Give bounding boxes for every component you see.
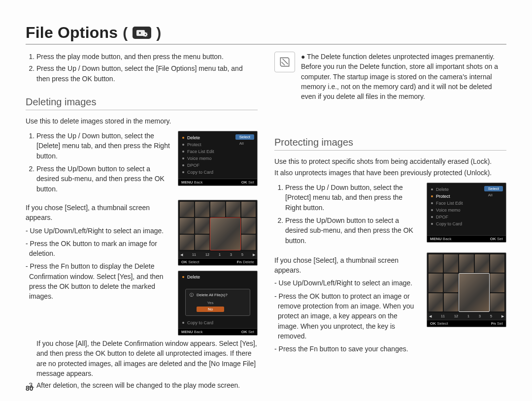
strip-n: 11 [192,253,196,256]
protecting-screen-thumbs: ◀ 11 12 1 3 5 ▶ OK Select Fn Set [427,252,506,327]
strip-n: 1 [467,314,469,318]
status-back: Back [194,180,203,185]
menu-copy: Copy to Card [436,221,462,226]
side-all: All [235,141,254,146]
menu-voicememo: Voice memo [436,208,461,213]
strip-n: 5 [490,314,492,318]
menu-delete: Delete [187,275,200,279]
protecting-row-1: Press the Up / Down button, select the [… [274,183,506,248]
paren-open: ( [123,25,128,41]
svg-point-1 [139,32,141,34]
side-select: Select [235,134,254,140]
protecting-heading: Protecting images [274,137,506,148]
strip-n: 1 [219,253,221,256]
deleting-heading: Deleting images [26,96,258,108]
key-fn: Fn [237,260,242,264]
protecting-rule [274,150,506,151]
menu-delete: Delete [436,187,449,192]
svg-point-3 [145,33,146,34]
key-ok: OK [181,260,187,264]
menu-protect: Protect [187,142,201,147]
opt-yes: Yes [197,300,224,306]
menu-dpof: DPOF [436,215,448,219]
protecting-intro2: It also unprotects images that have been… [274,168,506,178]
pselect-b1: - Use Up/Down/Left/Right to select an im… [274,278,420,288]
status-back: Back [443,237,452,241]
status-set: Set [248,180,254,185]
key-ok: OK [241,180,247,185]
key-menu: MENU [181,330,193,334]
menu-copy: Copy to Card [187,170,213,175]
deleting-step-1: Press the Up / Down button, select the [… [36,131,171,161]
protecting-steps12: Press the Up / Down button, select the [… [274,183,420,248]
dialog-title: Delete All File(s)? [197,293,228,297]
select-b2: - Press the OK button to mark an image f… [26,239,171,259]
key-ok: OK [241,330,247,334]
protect-step-1: Press the Up / Down button, select the [… [285,183,420,213]
deleting-rule [26,110,258,110]
delete-confirm-dialog: ⓘDelete All File(s)? Yes No [185,289,250,316]
page-number: 80 [26,384,33,392]
intro-step-1: Press the play mode button, and then pre… [36,52,258,62]
strip-n: 12 [454,314,458,318]
deleting-all-block: If you chose [All], the Delete Confirmat… [26,339,258,378]
select-b3: - Press the Fn button to display the Del… [26,261,171,301]
protect-step-2: Press the Up/Down button to select a des… [285,216,420,246]
status-set: Set [497,321,503,326]
menu-dpof: DPOF [187,163,200,168]
info-icon: ⓘ [190,292,194,298]
pselect-b2: - Press the OK button to protect an imag… [274,291,420,341]
side-all: All [484,192,503,198]
status-select: Select [437,321,448,326]
menu-facelist: Face List Edit [187,149,214,154]
strip-n: 3 [479,314,481,318]
intro-step-2: Press the Up / Down button, select the [… [36,63,258,84]
menu-facelist: Face List Edit [436,201,463,206]
strip-n: 11 [441,314,445,318]
pselect-lead: If you chose [Select], a thumbnail scree… [274,255,420,276]
key-menu: MENU [430,237,442,241]
opt-no: No [197,307,224,312]
columns: Press the play mode button, and then pre… [26,52,506,398]
note-block: ● The Delete function deletes unprotecte… [274,52,506,101]
paren-close: ) [156,25,161,41]
status-set: Set [248,330,254,334]
protecting-select-text: If you chose [Select], a thumbnail scree… [274,252,420,357]
deleting-step-2: Press the Up/Down button to select a des… [36,164,171,194]
pselect-b3: - Press the Fn button to save your chang… [274,344,420,354]
file-options-icon [133,27,151,39]
deleting-intro: Use this to delete images stored in the … [26,116,258,126]
strip-n: 5 [241,253,243,256]
status-delete: Delete [243,260,254,264]
deleting-screen-menu: Delete Protect Face List Edit Voice memo… [178,131,258,186]
key-ok: OK [490,237,496,241]
deleting-select-text: If you chose [Select], a thumbnail scree… [26,200,171,305]
select-lead: If you chose [Select], a thumbnail scree… [26,203,171,223]
menu-protect: Protect [436,194,450,199]
right-column: ● The Delete function deletes unprotecte… [274,52,506,398]
page-title-row: File Options ( ) [26,24,506,42]
deleting-row-1: Press the Up / Down button, select the [… [26,131,258,197]
menu-voicememo: Voice memo [187,156,212,161]
key-fn: Fn [491,321,496,326]
screen-statusbar: MENU Back OK Set [178,179,257,185]
manual-page: File Options ( ) Press the play mode but… [0,0,532,401]
deleting-step-3: After deletion, the screen will be chang… [36,380,258,390]
strip-n: 12 [205,253,209,256]
protecting-screen-menu: Delete Protect Face List Edit Voice memo… [427,183,506,243]
select-b1: - Use Up/Down/Left/Right to select an im… [26,226,171,236]
side-select: Select [484,186,503,191]
page-title: File Options [26,24,118,42]
menu-copy: Copy to Card [187,320,213,325]
note-text: ● The Delete function deletes unprotecte… [301,52,506,101]
key-menu: MENU [181,180,193,185]
note-body: The Delete function deletes unprotected … [301,53,498,100]
status-select: Select [188,260,199,264]
protecting-intro1: Use this to protect specific shots from … [274,156,506,166]
deleting-row-2: If you chose [Select], a thumbnail scree… [26,200,258,336]
intro-steps: Press the play mode button, and then pre… [26,52,258,86]
status-back: Back [194,330,203,334]
left-column: Press the play mode button, and then pre… [26,52,258,398]
deleting-steps12: Press the Up / Down button, select the [… [26,131,171,197]
note-icon [274,52,295,72]
